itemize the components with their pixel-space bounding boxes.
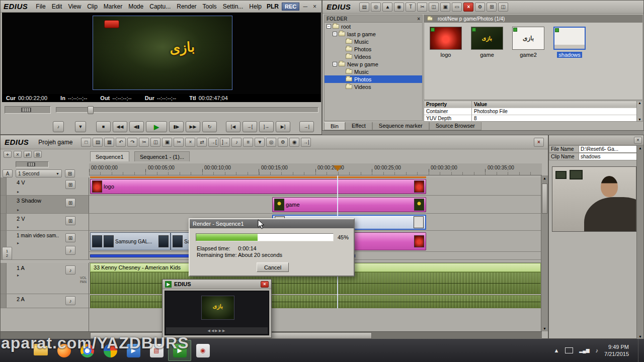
track-header-2v[interactable]: 2 V ▸ ⊞ [1,214,89,231]
expand-icon[interactable]: ▸ [17,208,19,212]
play-button[interactable]: ▶ [146,121,167,132]
clip-game[interactable]: game [272,197,426,212]
expand-icon[interactable]: ▸ [17,241,19,245]
folder-panel-close-icon[interactable]: × [417,16,420,22]
minimize-icon[interactable]: ─ [301,3,309,10]
scroll-up-icon[interactable]: ▲ [637,101,642,105]
expand-icon[interactable]: ▸ [17,190,19,194]
paste-icon[interactable]: ▣ [440,3,450,12]
asset-label[interactable]: shadows [557,52,582,58]
monitor-icon[interactable]: ▭ [452,3,462,12]
value-column-header[interactable]: Value [472,101,642,108]
settings-gear-icon[interactable]: ⚙ [278,138,288,147]
layer-12-button[interactable]: 1 2 [2,247,12,260]
tray-show-hidden-icon[interactable]: ▲ [553,347,559,353]
cut-icon[interactable]: ✂ [417,3,427,12]
paste-icon[interactable]: ▣ [162,138,172,147]
delete-track-icon[interactable]: × [14,151,22,158]
menu-mode[interactable]: Mode [125,2,146,11]
shuttle-slider[interactable] [5,106,51,114]
track-mute-strip[interactable] [1,294,7,308]
track-label[interactable]: 3 Shadow [17,198,41,204]
search-icon[interactable]: ◎ [371,3,381,12]
add-track-icon[interactable]: + [4,151,12,158]
track-header-1main[interactable]: 1 main video sam.. ▸ ⊞ ♪ [1,231,89,260]
asset-game[interactable]: بازی game [468,27,506,59]
menu-clip[interactable]: Clip [84,2,101,11]
timeline-titlebar[interactable]: EDIUS Projeh game □ ▤ ▦ ↶ ↷ ✂ ◫ ▣ ✂ × ⇄ … [1,135,548,149]
copy-icon[interactable]: ◫ [150,138,160,147]
copy-icon[interactable]: ◫ [429,3,439,12]
preview-menubar[interactable]: EDIUS File Edit View Clip Marker Mode Ca… [1,1,321,13]
tree-label[interactable]: Music [354,69,369,75]
speaker-icon[interactable]: ♪ [65,296,75,305]
add-title-icon[interactable]: T [406,3,416,12]
set-in-button[interactable]: →[ [243,121,257,132]
new-sequence-icon[interactable]: □ [81,138,91,147]
delete-icon[interactable]: × [185,138,195,147]
asset-logo[interactable]: logo [427,27,464,59]
vol-label[interactable]: VOL [80,276,87,280]
track-header-2a[interactable]: 2 A ♪ [1,294,89,308]
tree-item-root[interactable]: − root [325,23,422,30]
rewind-button[interactable]: ◀◀ [113,121,127,132]
open-folder-icon[interactable]: ▤ [359,3,369,12]
tree-item-photos[interactable]: Photos [325,45,422,53]
delete-icon[interactable]: × [463,3,473,12]
next-frame-button[interactable]: ▮▶ [169,121,184,132]
asset-label[interactable]: game [478,52,496,58]
playhead-marker[interactable] [334,165,342,171]
asset-thumbnail[interactable]: بازی [471,27,503,50]
taskbar-player-button[interactable]: ◉ [191,340,214,361]
player-mode-button[interactable]: PLR [265,3,281,11]
fast-forward-button[interactable]: ▶▶ [186,121,200,132]
tree-item-last-p-game[interactable]: − last p game [325,30,422,38]
timeline-close-icon[interactable]: × [534,138,544,147]
track-mute-strip[interactable] [1,263,7,294]
shuttle-handle[interactable] [21,108,31,112]
menu-edit[interactable]: Edit [49,2,65,11]
audio-waveform-2a[interactable] [90,295,541,308]
track-patch-icon[interactable]: ⊞ [65,233,75,242]
position-handle[interactable] [88,106,94,114]
taskbar-clock[interactable]: 9:49 PM 7/21/2015 [604,343,629,357]
tab-source-browser[interactable]: Source Browser [429,122,481,130]
tab-sequence1[interactable]: Sequence1 [90,151,129,161]
search-icon[interactable]: ◎ [266,138,276,147]
menu-capture[interactable]: Captu... [146,2,174,11]
expand-icon[interactable]: ▸ [17,225,19,229]
panel-close-icon[interactable]: × [634,137,642,144]
audio-rail-button[interactable]: A [3,169,13,177]
tree-item-music-2[interactable]: Music [325,68,422,75]
goto-in-button[interactable]: [◀ [226,121,240,132]
scroll-down-icon[interactable]: ▼ [543,327,546,330]
settings-gear-icon[interactable]: ⚙ [475,3,485,12]
export-icon[interactable]: →| [301,138,311,147]
property-scrollbar[interactable]: ▲ ▼ [636,101,642,121]
asset-label[interactable]: game2 [518,52,538,58]
marker-icon[interactable]: ▼ [255,138,265,147]
collapse-icon[interactable]: − [333,32,337,36]
collapse-icon[interactable]: − [327,24,331,29]
panel-scrollbar[interactable]: ▲ ▼ [636,145,643,339]
mini-window-titlebar[interactable]: ▶ EDIUS × [163,280,271,289]
mini-close-icon[interactable]: × [261,281,269,288]
set-out-button[interactable]: ]→ [259,121,274,132]
track-label[interactable]: 4 V [17,179,25,186]
tree-item-music[interactable]: Music [325,38,422,45]
menu-render[interactable]: Render [174,2,199,11]
menu-file[interactable]: File [33,2,48,11]
track-mute-strip[interactable] [1,177,7,195]
track-label[interactable]: 2 A [17,296,25,302]
track-height-handle[interactable] [27,162,35,166]
mixer-icon[interactable]: ≡ [243,138,253,147]
asset-thumbnail[interactable] [553,27,586,50]
speaker-icon[interactable]: ♪ [65,265,75,275]
tree-item-new-p-game[interactable]: − New p game [325,60,422,68]
move-up-icon[interactable]: ▲ [382,3,392,12]
close-icon[interactable]: × [311,3,318,10]
sync-mode-icon[interactable]: ⊞ [34,151,42,158]
undo-icon[interactable]: ↶ [116,138,126,147]
collapse-icon[interactable]: − [333,62,337,66]
tree-label[interactable]: Photos [354,76,371,82]
